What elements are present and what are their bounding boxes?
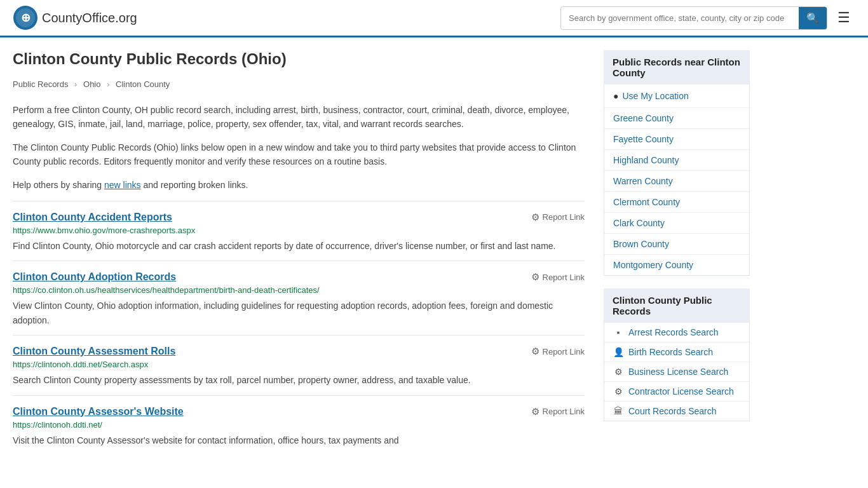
record-desc: Search Clinton County property assessmen… <box>13 373 585 387</box>
breadcrumb-clinton-county[interactable]: Clinton County <box>116 79 170 89</box>
breadcrumb-public-records[interactable]: Public Records <box>13 79 68 89</box>
report-label: Report Link <box>543 212 585 222</box>
birth-icon: 👤 <box>613 347 623 357</box>
logo-icon: ⊕ <box>13 5 38 30</box>
logo: ⊕ CountyOffice.org <box>13 5 137 30</box>
record-link-birth[interactable]: 👤 Birth Records Search <box>604 342 749 362</box>
header-right: 🔍 ☰ <box>560 6 855 30</box>
report-link[interactable]: ⚙ Report Link <box>531 346 585 357</box>
report-label: Report Link <box>543 273 585 282</box>
breadcrumb-sep-2: › <box>107 79 109 89</box>
use-location-label: Use My Location <box>622 91 688 101</box>
report-icon: ⚙ <box>531 271 539 283</box>
description-2: The Clinton County Public Records (Ohio)… <box>13 140 585 169</box>
contractor-label: Contractor License Search <box>628 386 734 396</box>
record-title[interactable]: Clinton County Assessor's Website <box>13 406 184 417</box>
record-url[interactable]: https://clintonoh.ddti.net/ <box>13 420 585 430</box>
record-item: Clinton County Accident Reports ⚙ Report… <box>13 201 585 261</box>
record-url[interactable]: https://co.clinton.oh.us/healthservices/… <box>13 285 585 295</box>
record-link-business[interactable]: ⚙ Business License Search <box>604 362 749 382</box>
use-location-link[interactable]: ● Use My Location <box>604 85 749 108</box>
report-icon: ⚙ <box>531 212 539 223</box>
record-desc: Find Clinton County, Ohio motorcycle and… <box>13 239 585 253</box>
main-container: Clinton County Public Records (Ohio) Pub… <box>0 37 868 468</box>
record-title[interactable]: Clinton County Assessment Rolls <box>13 346 175 357</box>
search-button[interactable]: 🔍 <box>799 7 827 29</box>
nearby-link-highland[interactable]: Highland County <box>604 150 749 171</box>
logo-brand: CountyOffice <box>42 11 115 25</box>
report-label: Report Link <box>543 407 585 416</box>
record-desc: View Clinton County, Ohio adoption infor… <box>13 299 585 327</box>
report-link[interactable]: ⚙ Report Link <box>531 406 585 417</box>
report-icon: ⚙ <box>531 406 539 417</box>
records-links: ▪ Arrest Records Search 👤 Birth Records … <box>604 323 750 421</box>
record-item: Clinton County Adoption Records ⚙ Report… <box>13 261 585 335</box>
record-header: Clinton County Accident Reports ⚙ Report… <box>13 212 585 223</box>
search-input[interactable] <box>561 8 799 28</box>
report-label: Report Link <box>543 347 585 356</box>
logo-suffix: .org <box>115 11 137 25</box>
record-link-contractor[interactable]: ⚙ Contractor License Search <box>604 382 749 402</box>
svg-text:⊕: ⊕ <box>21 11 31 24</box>
court-icon: 🏛 <box>613 406 623 416</box>
nearby-link-brown[interactable]: Brown County <box>604 234 749 255</box>
nearby-link-warren[interactable]: Warren County <box>604 171 749 192</box>
record-header: Clinton County Assessment Rolls ⚙ Report… <box>13 346 585 357</box>
arrest-icon: ▪ <box>613 327 623 337</box>
menu-button[interactable]: ☰ <box>832 7 855 29</box>
record-url[interactable]: https://www.bmv.ohio.gov/more-crashrepor… <box>13 226 585 235</box>
report-icon: ⚙ <box>531 346 539 357</box>
record-desc: Visit the Clinton County Assessor's webs… <box>13 433 585 447</box>
nearby-link-greene[interactable]: Greene County <box>604 108 749 129</box>
nearby-section: Public Records near Clinton County ● Use… <box>604 50 750 276</box>
nearby-link-montgomery[interactable]: Montgomery County <box>604 255 749 275</box>
record-item: Clinton County Assessment Rolls ⚙ Report… <box>13 335 585 395</box>
record-link-court[interactable]: 🏛 Court Records Search <box>604 402 749 421</box>
breadcrumb-sep-1: › <box>74 79 77 89</box>
birth-label: Birth Records Search <box>628 347 713 357</box>
business-icon: ⚙ <box>613 367 623 377</box>
nearby-link-clark[interactable]: Clark County <box>604 213 749 234</box>
record-link-arrest[interactable]: ▪ Arrest Records Search <box>604 323 749 342</box>
contractor-icon: ⚙ <box>613 386 623 396</box>
court-label: Court Records Search <box>628 406 717 416</box>
nearby-link-fayette[interactable]: Fayette County <box>604 129 749 150</box>
nearby-link-clermont[interactable]: Clermont County <box>604 192 749 213</box>
sidebar: Public Records near Clinton County ● Use… <box>597 37 750 468</box>
main-content: Clinton County Public Records (Ohio) Pub… <box>13 37 597 468</box>
breadcrumb-ohio[interactable]: Ohio <box>83 79 100 89</box>
search-bar: 🔍 <box>560 6 827 30</box>
description-3: Help others by sharing new links and rep… <box>13 178 585 192</box>
records-section: Clinton County Public Records ▪ Arrest R… <box>604 288 750 421</box>
page-title: Clinton County Public Records (Ohio) <box>13 50 585 68</box>
new-links-link[interactable]: new links <box>104 180 141 190</box>
logo-text: CountyOffice.org <box>42 11 137 25</box>
location-icon: ● <box>613 91 618 101</box>
record-title[interactable]: Clinton County Adoption Records <box>13 271 176 283</box>
record-item: Clinton County Assessor's Website ⚙ Repo… <box>13 395 585 455</box>
business-label: Business License Search <box>628 367 728 377</box>
breadcrumb: Public Records › Ohio › Clinton County <box>13 76 585 93</box>
description-1: Perform a free Clinton County, OH public… <box>13 103 585 132</box>
arrest-label: Arrest Records Search <box>628 327 719 337</box>
records-list: Clinton County Accident Reports ⚙ Report… <box>13 201 585 455</box>
nearby-section-title: Public Records near Clinton County <box>604 50 750 85</box>
record-header: Clinton County Assessor's Website ⚙ Repo… <box>13 406 585 417</box>
record-title[interactable]: Clinton County Accident Reports <box>13 212 172 223</box>
record-url[interactable]: https://clintonoh.ddti.net/Search.aspx <box>13 360 585 369</box>
desc3-prefix: Help others by sharing <box>13 180 104 190</box>
header: ⊕ CountyOffice.org 🔍 ☰ <box>0 0 868 37</box>
report-link[interactable]: ⚙ Report Link <box>531 212 585 223</box>
report-link[interactable]: ⚙ Report Link <box>531 271 585 283</box>
nearby-links: ● Use My Location Greene County Fayette … <box>604 85 750 276</box>
desc3-suffix: and reporting broken links. <box>141 180 248 190</box>
records-section-title: Clinton County Public Records <box>604 288 750 323</box>
record-header: Clinton County Adoption Records ⚙ Report… <box>13 271 585 283</box>
